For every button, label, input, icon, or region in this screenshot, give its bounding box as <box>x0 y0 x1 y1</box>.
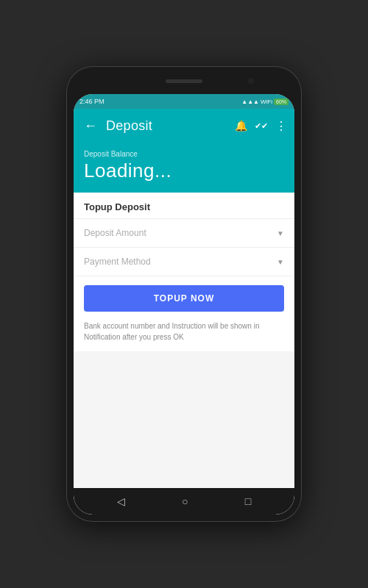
app-bar-title: Deposit <box>106 118 235 134</box>
section-title: Topup Deposit <box>74 193 294 219</box>
phone-top-bar <box>74 74 294 94</box>
notification-icon[interactable]: 🔔 <box>235 120 247 132</box>
bottom-nav: ◁ ○ □ <box>74 488 294 514</box>
speaker <box>166 79 202 83</box>
back-nav-button[interactable]: ◁ <box>108 492 134 510</box>
app-bar-actions: 🔔 ✔✔ ⋮ <box>235 119 287 133</box>
main-content: Topup Deposit Deposit Amount ▼ Payment M… <box>74 193 294 488</box>
signal-icon: ▲▲▲ <box>241 98 259 105</box>
camera <box>248 78 254 84</box>
deposit-header: Deposit Balance Loading... <box>74 143 294 193</box>
battery-icon: 60% <box>274 98 289 105</box>
topup-card: Topup Deposit Deposit Amount ▼ Payment M… <box>74 193 294 351</box>
info-text: Bank account number and Instruction will… <box>74 320 294 351</box>
status-time: 2:46 PM <box>79 98 105 105</box>
back-button[interactable]: ← <box>81 115 100 137</box>
payment-method-label: Payment Method <box>84 257 151 267</box>
recent-nav-button[interactable]: □ <box>236 492 260 510</box>
topup-now-button[interactable]: TOPUP NOW <box>84 285 284 312</box>
payment-method-arrow-icon: ▼ <box>277 258 284 266</box>
status-left: 2:46 PM <box>79 98 105 105</box>
check-icon[interactable]: ✔✔ <box>255 121 268 131</box>
deposit-amount-arrow-icon: ▼ <box>277 229 284 237</box>
status-right: ▲▲▲ WiFi 60% <box>241 98 289 105</box>
app-bar: ← Deposit 🔔 ✔✔ ⋮ <box>74 109 294 143</box>
balance-label: Deposit Balance <box>84 150 284 158</box>
phone-frame: 2:46 PM ▲▲▲ WiFi 60% ← Deposit 🔔 ✔✔ ⋮ De… <box>66 66 302 522</box>
battery-percent: 60% <box>276 99 286 104</box>
balance-value: Loading... <box>84 159 284 182</box>
wifi-icon: WiFi <box>261 98 272 105</box>
status-bar: 2:46 PM ▲▲▲ WiFi 60% <box>74 94 294 109</box>
phone-screen: 2:46 PM ▲▲▲ WiFi 60% ← Deposit 🔔 ✔✔ ⋮ De… <box>74 94 294 514</box>
more-options-icon[interactable]: ⋮ <box>275 119 287 133</box>
deposit-amount-dropdown[interactable]: Deposit Amount ▼ <box>74 219 294 248</box>
payment-method-dropdown[interactable]: Payment Method ▼ <box>74 248 294 276</box>
home-nav-button[interactable]: ○ <box>173 492 197 510</box>
deposit-amount-label: Deposit Amount <box>84 228 146 238</box>
